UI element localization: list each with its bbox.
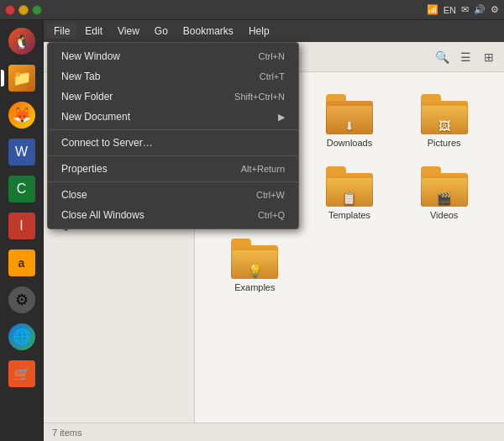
videos-overlay-icon: 🎬 [437, 192, 451, 205]
dock-browser[interactable]: 🌐 [4, 319, 39, 354]
examples-overlay-icon: 💡 [248, 264, 262, 277]
menu-file[interactable]: File [47, 24, 76, 39]
dd-new-window[interactable]: New Window Ctrl+N [48, 46, 298, 66]
dock-writer[interactable]: W [4, 134, 39, 170]
grid-view-button[interactable]: ⊞ [479, 47, 499, 67]
dock-ubuntu[interactable]: 🐧 [4, 24, 39, 59]
dock-software[interactable]: 🛒 [4, 356, 39, 391]
templates-overlay-icon: 📋 [342, 192, 356, 205]
file-templates[interactable]: 📋 Templates [307, 161, 393, 225]
dd-sep-1 [48, 129, 298, 130]
main-layout: 🐧 📁 🦊 W C I a ⚙ 🌐 🛒 [0, 20, 504, 441]
dock-impress[interactable]: I [4, 208, 39, 244]
toolbar-right: 🔍 ☰ ⊞ [432, 47, 499, 67]
dock-files[interactable]: 📁 [4, 60, 39, 96]
menu-edit[interactable]: Edit [78, 24, 109, 39]
network-icon: 📶 [427, 4, 438, 15]
dock-amazon[interactable]: a [4, 245, 39, 281]
topbar-right: 📶 EN ✉ 🔊 ⚙ [427, 4, 499, 15]
close-button[interactable] [5, 5, 15, 15]
system-topbar: 📶 EN ✉ 🔊 ⚙ [0, 0, 504, 20]
dd-sep-3 [48, 181, 298, 182]
status-text: 7 items [52, 428, 81, 438]
topbar-left [5, 5, 42, 15]
dd-new-folder[interactable]: New Folder Shift+Ctrl+N [48, 87, 298, 107]
minimize-button[interactable] [18, 5, 29, 15]
menu-view[interactable]: View [111, 24, 146, 39]
file-dropdown-menu: New Window Ctrl+N New Tab Ctrl+T New Fol… [47, 42, 299, 229]
dock-calc[interactable]: C [4, 171, 39, 207]
status-bar: 7 items [44, 423, 504, 441]
downloads-overlay-icon: ⬇ [344, 119, 354, 133]
dock-firefox[interactable]: 🦊 [4, 97, 39, 133]
dd-sep-2 [48, 155, 298, 156]
app-dock: 🐧 📁 🦊 W C I a ⚙ 🌐 🛒 [0, 20, 44, 441]
keyboard-icon: EN [444, 5, 456, 15]
menu-bar: File Edit View Go Bookmarks Help New Win… [44, 20, 504, 42]
dock-settings[interactable]: ⚙ [4, 282, 39, 318]
menu-help[interactable]: Help [242, 24, 276, 39]
dd-close[interactable]: Close Ctrl+W [48, 185, 298, 205]
menu-go[interactable]: Go [148, 24, 175, 39]
pictures-overlay-icon: 🖼 [438, 119, 450, 133]
file-downloads[interactable]: ⬇ Downloads [307, 89, 393, 153]
dd-close-all[interactable]: Close All Windows Ctrl+Q [48, 205, 298, 225]
dd-new-document[interactable]: New Document ▶ [48, 107, 298, 127]
file-examples[interactable]: 💡 Examples [212, 234, 298, 297]
dd-properties[interactable]: Properties Alt+Return [48, 159, 298, 179]
list-view-button[interactable]: ☰ [455, 47, 475, 67]
maximize-button[interactable] [32, 5, 42, 15]
menu-bookmarks[interactable]: Bookmarks [176, 24, 240, 39]
dd-connect[interactable]: Connect to Server… [48, 133, 298, 153]
dd-new-tab[interactable]: New Tab Ctrl+T [48, 66, 298, 87]
file-manager-window: File Edit View Go Bookmarks Help New Win… [44, 20, 504, 441]
file-pictures[interactable]: 🖼 Pictures [401, 89, 487, 153]
search-button[interactable]: 🔍 [432, 47, 452, 67]
file-videos[interactable]: 🎬 Videos [401, 161, 487, 225]
mail-icon: ✉ [461, 4, 469, 15]
settings-icon: ⚙ [491, 4, 499, 15]
volume-icon: 🔊 [474, 4, 486, 15]
